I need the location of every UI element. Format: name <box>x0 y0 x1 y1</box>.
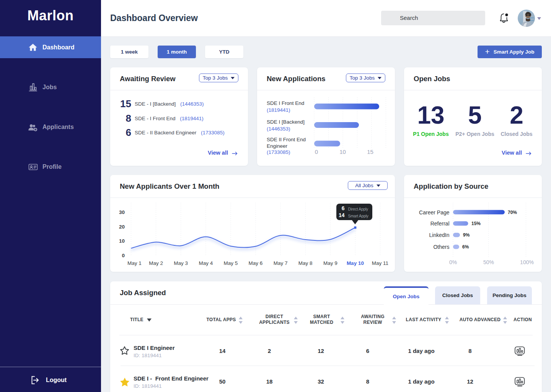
svg-text:0%: 0% <box>449 259 457 265</box>
svg-text:May 7: May 7 <box>274 260 288 266</box>
svg-text:May 6: May 6 <box>249 260 263 266</box>
svg-text:15: 15 <box>367 149 373 155</box>
svg-text:May 10: May 10 <box>347 260 364 266</box>
svg-text:Career Page: Career Page <box>419 209 450 216</box>
svg-text:10: 10 <box>119 238 125 244</box>
svg-text:9%: 9% <box>463 232 470 238</box>
svg-text:50%: 50% <box>483 259 494 265</box>
svg-text:May 1: May 1 <box>127 260 142 266</box>
svg-text:Others: Others <box>433 244 449 250</box>
svg-text:100%: 100% <box>520 259 534 265</box>
svg-text:May 4: May 4 <box>199 260 213 266</box>
svg-text:LinkedIn: LinkedIn <box>429 232 450 238</box>
svg-text:20: 20 <box>119 224 125 230</box>
svg-text:30: 30 <box>119 209 125 215</box>
svg-text:May 11: May 11 <box>372 260 388 266</box>
svg-text:May 5: May 5 <box>224 260 238 266</box>
svg-text:Referral: Referral <box>430 220 450 227</box>
svg-text:6%: 6% <box>462 244 469 250</box>
svg-text:May 9: May 9 <box>323 260 337 266</box>
svg-text:May 8: May 8 <box>298 260 313 266</box>
svg-text:May 3: May 3 <box>174 260 188 266</box>
svg-text:10: 10 <box>339 149 346 155</box>
svg-text:0: 0 <box>315 149 318 155</box>
svg-text:70%: 70% <box>508 210 517 215</box>
svg-text:0: 0 <box>122 253 125 258</box>
svg-text:15%: 15% <box>471 221 481 226</box>
svg-text:May 2: May 2 <box>149 260 163 266</box>
